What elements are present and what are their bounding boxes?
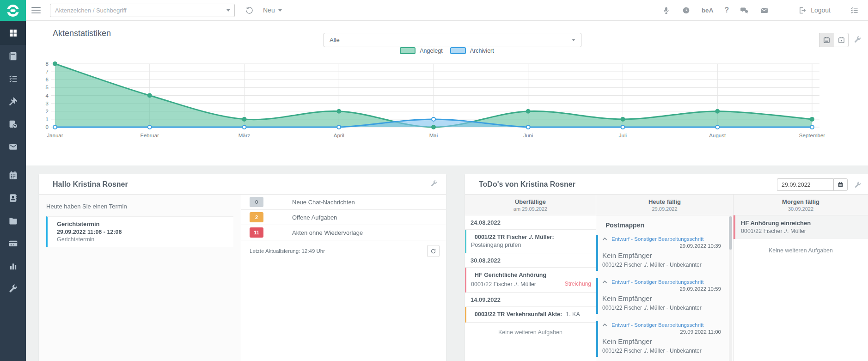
- app-logo[interactable]: [0, 0, 26, 21]
- search-dropdown-caret-icon[interactable]: [226, 9, 230, 12]
- overdue-empty-note: Keine weiteren Aufgaben: [465, 323, 596, 342]
- termin-subtitle: Gerichtstermin: [54, 236, 229, 243]
- postmappen-entry[interactable]: Entwurf - Sonstiger Bearbeitungsschritt …: [596, 235, 733, 271]
- sidebar-item-documents[interactable]: [0, 209, 26, 232]
- overdue-entry[interactable]: 0003/22 TR Verkehrsunfall Akte: 1. KA: [465, 307, 596, 323]
- sidebar-item-dictation[interactable]: [0, 113, 26, 135]
- todos-panel-title: ToDo's von Kristina Rosner: [479, 180, 575, 189]
- column-header-today: Heute fällig 29.09.2022: [596, 195, 734, 215]
- postmappen-link[interactable]: Entwurf - Sonstiger Bearbeitungsschritt: [611, 236, 703, 242]
- bea-button[interactable]: beA: [702, 7, 714, 14]
- counter-row-tasks[interactable]: 2 Offene Aufgaben: [241, 210, 446, 225]
- postmappen-recipient: Kein Empfänger: [602, 337, 721, 345]
- todos-panel: ToDo's von Kristina Rosner Überfällige a…: [465, 174, 868, 361]
- sidebar-item-settings[interactable]: [0, 277, 26, 300]
- termin-card[interactable]: Gerichtstermin 29.09.2022 11:06 - 12:06 …: [46, 216, 233, 247]
- column-title: Überfällige: [467, 198, 594, 205]
- todos-settings-wrench-icon[interactable]: [854, 181, 862, 190]
- stats-view-toggles: [819, 33, 849, 47]
- column-title: Morgen fällig: [735, 198, 866, 205]
- postmappen-entry[interactable]: Entwurf - Sonstiger Bearbeitungsschritt …: [596, 278, 733, 314]
- column-header-overdue: Überfällige am 29.09.2022: [465, 195, 596, 215]
- postmappen-timestamp: 29.09.2022 10:39: [602, 243, 721, 249]
- postmappen-link[interactable]: Entwurf - Sonstiger Bearbeitungsschritt: [611, 279, 703, 285]
- calendar-list-icon: [823, 37, 830, 43]
- logout-button[interactable]: Logout: [798, 6, 831, 15]
- sidebar-item-tasks[interactable]: [0, 67, 26, 90]
- chart-legend: Angelegt Archiviert: [26, 47, 868, 54]
- hello-settings-wrench-icon[interactable]: [430, 180, 438, 189]
- legend-item-angelegt[interactable]: Angelegt: [400, 47, 442, 54]
- legend-swatch-archiviert: [450, 47, 466, 54]
- todos-date-group: [777, 178, 848, 191]
- todo-columns: 24.08.2022 0001/22 TR Fischer ./. Müller…: [465, 215, 868, 361]
- todos-date-input[interactable]: [777, 178, 833, 191]
- counter-badge: 11: [250, 227, 263, 238]
- postmappen-entry[interactable]: Entwurf - Sonstiger Bearbeitungsschritt …: [596, 321, 733, 357]
- hello-panel: Hallo Kristina Rosner Heute haben Sie ei…: [39, 174, 446, 361]
- microphone-icon[interactable]: [662, 6, 671, 15]
- overdue-date-header: 24.08.2022: [465, 215, 596, 230]
- chat-icon[interactable]: [740, 6, 749, 15]
- column-subtitle: am 29.09.2022: [467, 206, 594, 212]
- refresh-button[interactable]: [427, 245, 440, 257]
- svg-text:Februar: Februar: [141, 133, 159, 138]
- sidebar-item-files[interactable]: [0, 45, 26, 67]
- stats-settings-wrench-icon[interactable]: [854, 36, 862, 45]
- last-update-text: Letzte Aktualisierung: 12:49 Uhr: [250, 248, 325, 254]
- svg-text:September: September: [799, 133, 825, 138]
- counter-row-files[interactable]: 11 Akten ohne Wiedervorlage: [241, 225, 446, 240]
- overdue-entry[interactable]: 0001/22 TR Fischer ./. Müller: Posteinga…: [465, 230, 596, 253]
- counter-label: Offene Aufgaben: [292, 214, 337, 221]
- svg-text:8: 8: [46, 61, 49, 67]
- folder-icon: [8, 216, 18, 226]
- entry-title: HF Gerichtliche Anhörung: [471, 272, 591, 278]
- sidebar-item-accounting[interactable]: [0, 232, 26, 255]
- sidebar-item-contacts[interactable]: [0, 187, 26, 209]
- chevron-up-icon[interactable]: [602, 323, 607, 327]
- menu-icon[interactable]: [31, 5, 41, 15]
- calendar-icon: [8, 171, 18, 180]
- postmappen-case: 0001/22 Fischer ./. Müller - Unbekannter: [602, 348, 721, 354]
- todos-calendar-button[interactable]: [833, 178, 848, 191]
- hello-panel-body: Heute haben Sie einen Termin Gerichtster…: [39, 195, 446, 361]
- postmappen-link[interactable]: Entwurf - Sonstiger Bearbeitungsschritt: [611, 322, 703, 328]
- legend-item-archiviert[interactable]: Archiviert: [450, 47, 494, 54]
- dashboard-icon: [8, 28, 18, 38]
- chevron-up-icon[interactable]: [602, 237, 607, 241]
- help-icon[interactable]: ?: [724, 6, 729, 14]
- search-input[interactable]: [50, 4, 235, 17]
- clock-icon[interactable]: [682, 6, 691, 15]
- svg-text:6: 6: [46, 77, 49, 82]
- sidebar-item-calendar[interactable]: [0, 164, 26, 187]
- tomorrow-entry[interactable]: HF Anhörung einreichen 0001/22 Fischer .…: [734, 215, 868, 239]
- logout-label: Logout: [811, 6, 831, 14]
- scrollbar-thumb[interactable]: [729, 216, 732, 250]
- svg-text:Juli: Juli: [619, 133, 627, 138]
- tomorrow-column: HF Anhörung einreichen 0001/22 Fischer .…: [734, 215, 868, 361]
- mail-icon[interactable]: [760, 6, 769, 15]
- svg-text:1: 1: [46, 116, 49, 122]
- counter-row-chat[interactable]: 0 Neue Chat-Nachrichten: [241, 195, 446, 210]
- overdue-entry[interactable]: HF Gerichtliche Anhörung 0001/22 Fischer…: [465, 268, 596, 293]
- stats-filter-select[interactable]: Alle: [324, 33, 581, 47]
- stats-panel: Aktenstatistiken Alle Angelegt Archivier…: [26, 21, 868, 165]
- chevron-up-icon[interactable]: [602, 280, 607, 284]
- stats-view-day-button[interactable]: [834, 33, 849, 47]
- new-button[interactable]: Neu: [263, 6, 282, 14]
- sidebar-item-statistics[interactable]: [0, 255, 26, 277]
- sidebar-item-dashboard[interactable]: [0, 21, 26, 45]
- book-icon: [8, 51, 18, 61]
- sidebar-item-mail[interactable]: [0, 135, 26, 158]
- entry-tag[interactable]: Streichung: [565, 281, 591, 287]
- tasklist-icon[interactable]: [850, 6, 859, 15]
- stats-view-list-button[interactable]: [819, 33, 834, 47]
- sidebar-item-court[interactable]: [0, 90, 26, 113]
- todo-column-headers: Überfällige am 29.09.2022 Heute fällig 2…: [465, 195, 868, 215]
- column-title: Heute fällig: [598, 198, 731, 205]
- history-icon[interactable]: [245, 6, 254, 15]
- global-search: [50, 4, 235, 17]
- dictation-upload-icon: [8, 119, 18, 129]
- mail-icon: [8, 142, 18, 152]
- svg-text:5: 5: [46, 85, 49, 90]
